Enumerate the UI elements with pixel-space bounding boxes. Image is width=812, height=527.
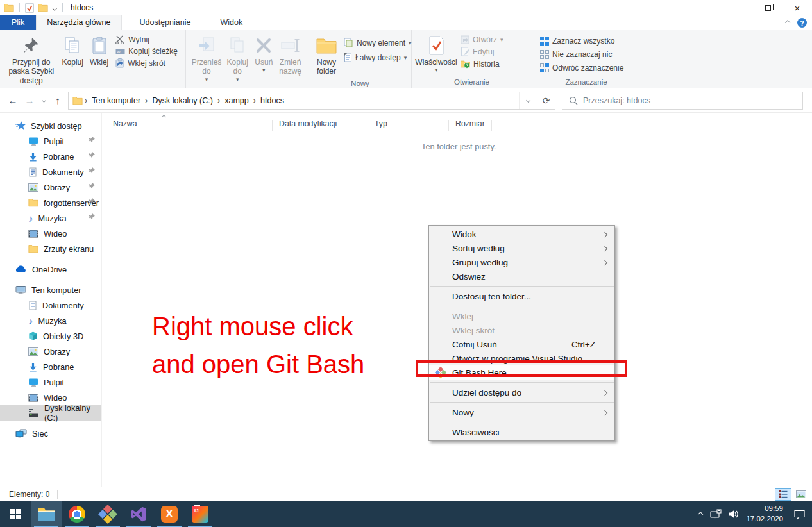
sidebar-item-pobrane-qa[interactable]: Pobrane bbox=[0, 149, 101, 164]
restore-button[interactable] bbox=[753, 0, 782, 15]
taskbar-clock[interactable]: 09:59 17.02.2020 bbox=[746, 504, 783, 524]
qat-properties-icon[interactable] bbox=[25, 3, 34, 13]
taskbar-visual-studio[interactable] bbox=[123, 501, 154, 527]
sidebar-item-dokumenty-qa[interactable]: Dokumenty bbox=[0, 164, 101, 180]
sidebar-item-network[interactable]: Sieć bbox=[0, 426, 101, 441]
column-type[interactable]: Typ bbox=[368, 117, 448, 132]
new-item-button[interactable]: Nowy element▾ bbox=[344, 38, 412, 47]
rename-button[interactable]: Zmień nazwę bbox=[276, 33, 305, 85]
address-dropdown-icon[interactable] bbox=[519, 92, 537, 109]
quick-access-star-icon bbox=[15, 121, 26, 131]
minimize-button[interactable] bbox=[723, 0, 753, 15]
svg-text:W...: W... bbox=[117, 50, 124, 54]
qat-customize-icon[interactable] bbox=[52, 6, 57, 10]
column-date-modified[interactable]: Data modyfikacji bbox=[273, 117, 368, 132]
invert-selection-button[interactable]: Odwróć zaznaczenie bbox=[540, 63, 623, 72]
ribbon-group-select: Zaznacz wszystko Nie zaznaczaj nic Odwró… bbox=[532, 30, 640, 88]
start-button[interactable] bbox=[0, 501, 31, 527]
menu-item-give-access[interactable]: Udziel dostępu do bbox=[429, 385, 614, 399]
select-all-button[interactable]: Zaznacz wszystko bbox=[540, 37, 623, 46]
sidebar-item-forgottenserver[interactable]: forgottenserver bbox=[0, 195, 101, 210]
recent-locations-icon[interactable] bbox=[38, 93, 49, 108]
volume-icon[interactable] bbox=[728, 509, 740, 519]
paste-shortcut-button[interactable]: Wklej skrót bbox=[115, 58, 178, 68]
select-all-icon bbox=[540, 37, 549, 46]
sidebar-item-quick-access[interactable]: Szybki dostęp bbox=[0, 118, 101, 133]
up-button[interactable]: ↑ bbox=[50, 93, 65, 108]
action-center-icon[interactable] bbox=[793, 509, 806, 520]
taskbar-xampp[interactable]: X bbox=[154, 501, 185, 527]
sidebar-item-pulpit-qa[interactable]: Pulpit bbox=[0, 133, 101, 149]
details-view-button[interactable] bbox=[775, 488, 791, 501]
taskbar-intellij[interactable]: IJ bbox=[185, 501, 216, 527]
menu-item-sort-by[interactable]: Sortuj według bbox=[429, 241, 614, 255]
sidebar-item-muzyka-qa[interactable]: ♪ Muzyka bbox=[0, 210, 101, 226]
taskbar-file-explorer[interactable] bbox=[31, 501, 62, 527]
sidebar-item-pulpit-pc[interactable]: Pulpit bbox=[0, 374, 101, 390]
sidebar-item-wideo-qa[interactable]: Wideo bbox=[0, 226, 101, 241]
menu-item-new[interactable]: Nowy bbox=[429, 405, 614, 419]
new-folder-button[interactable]: Nowy folder bbox=[313, 33, 340, 78]
back-button[interactable]: ← bbox=[5, 93, 21, 108]
forward-button[interactable]: → bbox=[22, 93, 37, 108]
sidebar-item-muzyka-pc[interactable]: ♪ Muzyka bbox=[0, 313, 101, 328]
sidebar-item-dysk-lokalny-c[interactable]: Dysk lokalny (C:) bbox=[0, 405, 101, 421]
easy-access-button[interactable]: Łatwy dostęp▾ bbox=[344, 53, 412, 62]
cut-button[interactable]: Wytnij bbox=[115, 35, 178, 44]
menu-item-customize-folder[interactable]: Dostosuj ten folder... bbox=[429, 289, 614, 303]
select-none-button[interactable]: Nie zaznaczaj nic bbox=[540, 50, 623, 59]
delete-button[interactable]: Usuń▾ bbox=[251, 33, 276, 85]
pin-to-quick-access-button[interactable]: Przypnij do paska Szybki dostęp bbox=[4, 33, 59, 87]
help-icon[interactable]: ? bbox=[797, 18, 807, 28]
breadcrumb-this-pc[interactable]: Ten komputer bbox=[89, 96, 143, 105]
taskbar-chrome[interactable] bbox=[62, 501, 92, 527]
copy-path-button[interactable]: W... Kopiuj ścieżkę bbox=[115, 47, 178, 56]
breadcrumb-drive-c[interactable]: Dysk lokalny (C:) bbox=[149, 96, 215, 105]
search-input[interactable]: Przeszukaj: htdocs bbox=[562, 92, 803, 110]
sidebar-item-obrazy-pc[interactable]: Obrazy bbox=[0, 344, 101, 359]
sidebar-item-obrazy-qa[interactable]: Obrazy bbox=[0, 180, 101, 195]
status-bar: Elementy: 0 bbox=[0, 487, 812, 501]
refresh-icon[interactable]: ⟳ bbox=[537, 92, 555, 109]
sidebar-item-zrzuty-ekranu[interactable]: Zrzuty ekranu bbox=[0, 241, 101, 256]
network-tray-icon[interactable] bbox=[710, 509, 722, 519]
thumbnails-view-button[interactable] bbox=[793, 488, 809, 501]
sidebar-item-this-pc[interactable]: Ten komputer bbox=[0, 282, 101, 297]
edit-button[interactable]: Edytuj bbox=[461, 47, 503, 56]
qat-new-folder-icon[interactable] bbox=[38, 3, 48, 12]
breadcrumb-xampp[interactable]: xampp bbox=[222, 96, 251, 105]
paste-button[interactable]: Wklej bbox=[87, 33, 112, 87]
copy-to-button[interactable]: Kopiuj do▾ bbox=[223, 33, 251, 85]
menu-item-refresh[interactable]: Odśwież bbox=[429, 269, 614, 283]
history-button[interactable]: Historia bbox=[461, 59, 503, 69]
tray-expand-icon[interactable] bbox=[698, 512, 704, 517]
menu-item-paste-shortcut[interactable]: Wklej skrót bbox=[429, 323, 614, 337]
column-name[interactable]: Nazwa bbox=[101, 117, 272, 132]
sidebar-item-dokumenty-pc[interactable]: Dokumenty bbox=[0, 297, 101, 313]
collapse-ribbon-icon[interactable] bbox=[785, 20, 791, 26]
pictures-icon bbox=[28, 183, 38, 192]
menu-item-paste[interactable]: Wklej bbox=[429, 309, 614, 323]
tab-home[interactable]: Narzędzia główne bbox=[36, 15, 121, 30]
breadcrumb-htdocs[interactable]: htdocs bbox=[258, 96, 287, 105]
menu-item-undo-delete[interactable]: Cofnij UsuńCtrl+Z bbox=[429, 337, 614, 351]
menu-item-properties[interactable]: Właściwości bbox=[429, 425, 614, 439]
copy-button[interactable]: Kopiuj bbox=[59, 33, 87, 87]
menu-item-group-by[interactable]: Grupuj według bbox=[429, 255, 614, 269]
close-button[interactable]: × bbox=[782, 0, 812, 15]
properties-button[interactable]: Właściwości▾ bbox=[416, 33, 457, 77]
open-button[interactable]: Otwórz▾ bbox=[461, 35, 503, 44]
column-size[interactable]: Rozmiar bbox=[449, 117, 491, 132]
address-bar[interactable]: › Ten komputer › Dysk lokalny (C:) › xam… bbox=[68, 92, 555, 110]
menu-item-view[interactable]: Widok bbox=[429, 227, 614, 241]
tab-share[interactable]: Udostępnianie bbox=[130, 15, 201, 30]
tab-file[interactable]: Plik bbox=[0, 15, 36, 30]
pin-icon bbox=[89, 152, 95, 158]
sidebar-item-obiekty-3d[interactable]: Obiekty 3D bbox=[0, 328, 101, 344]
taskbar-git[interactable] bbox=[92, 501, 123, 527]
move-to-button[interactable]: Przenieś do▾ bbox=[190, 33, 223, 85]
tab-view[interactable]: Widok bbox=[210, 15, 253, 30]
select-none-label: Nie zaznaczaj nic bbox=[552, 50, 612, 59]
sidebar-item-pobrane-pc[interactable]: Pobrane bbox=[0, 359, 101, 374]
sidebar-item-onedrive[interactable]: OneDrive bbox=[0, 262, 101, 277]
